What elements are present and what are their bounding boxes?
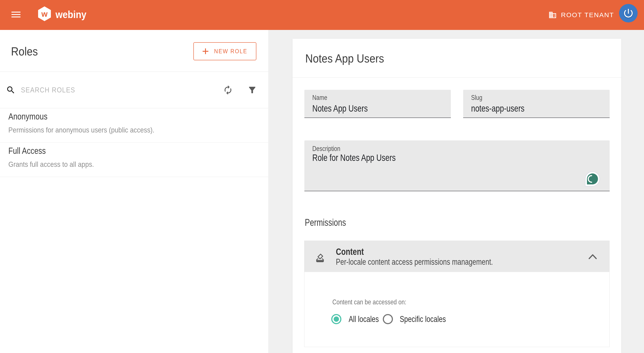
role-item-description: Permissions for anonymous users (public … xyxy=(8,125,154,135)
role-detail-title: Notes App Users xyxy=(305,52,384,65)
webiny-wordmark: webiny xyxy=(56,8,86,20)
content-accordion-header[interactable]: Content Per-locale content access permis… xyxy=(304,241,610,272)
roles-panel-header: Roles NEW ROLE xyxy=(0,30,268,72)
content-accordion-title: Content xyxy=(336,247,364,257)
radio-all-locales-label: All locales xyxy=(349,314,379,324)
chevron-up-icon[interactable] xyxy=(588,254,597,260)
radio-all-locales[interactable] xyxy=(331,314,342,324)
webiny-hexagon-icon: w xyxy=(38,6,51,21)
radio-specific-locales[interactable] xyxy=(383,314,393,324)
slug-field-label: Slug xyxy=(471,93,482,102)
building-icon xyxy=(548,11,557,19)
role-item-description: Grants full access to all apps. xyxy=(8,159,94,169)
role-detail-header: Notes App Users xyxy=(292,39,621,78)
search-input[interactable] xyxy=(21,86,192,94)
role-list-item-anonymous[interactable]: Anonymous Permissions for anonymous user… xyxy=(0,108,268,143)
role-detail-card: Notes App Users Name Slug Description Ro… xyxy=(292,39,621,353)
description-field: Description Role for Notes App Users xyxy=(304,140,610,191)
name-field-label: Name xyxy=(312,93,327,102)
slug-input[interactable] xyxy=(471,103,573,114)
name-field: Name xyxy=(304,90,451,118)
role-item-title: Full Access xyxy=(8,146,46,156)
chat-widget-spinner-icon xyxy=(587,173,598,184)
slug-field: Slug xyxy=(463,90,610,118)
description-input[interactable]: Role for Notes App Users xyxy=(312,152,538,187)
radio-specific-locales-label: Specific locales xyxy=(400,314,446,324)
role-list-item-full-access[interactable]: Full Access Grants full access to all ap… xyxy=(0,143,268,177)
content-accordion-body: Content can be accessed on: All locales … xyxy=(304,272,610,347)
permissions-heading: Permissions xyxy=(305,217,346,228)
tenant-label: ROOT TENANT xyxy=(561,11,614,19)
filter-icon[interactable] xyxy=(247,85,257,95)
new-role-button[interactable]: NEW ROLE xyxy=(194,42,256,60)
page-title: Roles xyxy=(11,45,38,58)
svg-text:w: w xyxy=(41,9,48,18)
tenant-selector[interactable]: ROOT TENANT xyxy=(548,10,614,20)
user-avatar[interactable] xyxy=(619,4,638,22)
hamburger-menu-icon[interactable] xyxy=(12,12,20,17)
content-accordion-subtitle: Per-locale content access permissions ma… xyxy=(336,257,493,267)
chat-widget-button[interactable] xyxy=(585,171,600,186)
role-detail-area: Notes App Users Name Slug Description Ro… xyxy=(268,30,644,353)
plus-icon xyxy=(203,48,208,54)
roles-list: Anonymous Permissions for anonymous user… xyxy=(0,108,268,177)
description-field-label: Description xyxy=(312,145,340,153)
name-input[interactable] xyxy=(312,103,414,114)
role-item-title: Anonymous xyxy=(8,111,47,121)
power-icon xyxy=(623,7,634,19)
app-bar: w webiny ROOT TENANT xyxy=(0,0,644,30)
refresh-icon[interactable] xyxy=(223,85,233,95)
access-scope-label: Content can be accessed on: xyxy=(332,298,406,306)
app-root: w webiny ROOT TENANT Roles NEW ROL xyxy=(0,0,644,353)
new-role-button-label: NEW ROLE xyxy=(214,48,247,55)
search-icon xyxy=(6,85,16,95)
content-permission-icon xyxy=(315,253,325,263)
roles-panel: Roles NEW ROLE Anonymous xyxy=(0,30,268,353)
webiny-logo[interactable]: w webiny xyxy=(38,6,95,22)
search-bar xyxy=(0,72,268,108)
